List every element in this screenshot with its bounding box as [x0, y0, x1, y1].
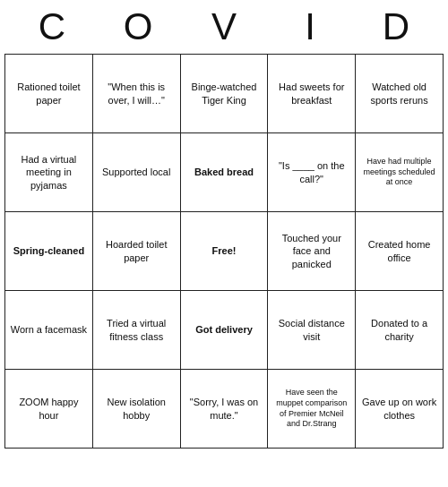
- bingo-header: COVID: [0, 0, 448, 54]
- cell-r0-c0[interactable]: Rationed toilet paper: [5, 55, 93, 133]
- cell-r4-c4[interactable]: Gave up on work clothes: [356, 370, 444, 449]
- cell-r2-c2[interactable]: Free!: [180, 212, 268, 291]
- cell-r3-c4[interactable]: Donated to a charity: [356, 291, 444, 370]
- bingo-table: Rationed toilet paper"When this is over,…: [4, 54, 444, 449]
- cell-r4-c2[interactable]: "Sorry, I was on mute.": [180, 370, 268, 449]
- cell-r2-c3[interactable]: Touched your face and panicked: [268, 212, 356, 291]
- header-letter: V: [185, 5, 263, 48]
- header-letter: O: [99, 5, 177, 48]
- header-letter: C: [13, 5, 91, 48]
- cell-r0-c1[interactable]: "When this is over, I will…": [92, 55, 180, 133]
- cell-r3-c2[interactable]: Got delivery: [180, 291, 268, 370]
- cell-r1-c2[interactable]: Baked bread: [180, 133, 268, 212]
- cell-r1-c4[interactable]: Have had multiple meetings scheduled at …: [356, 133, 444, 212]
- cell-r0-c4[interactable]: Watched old sports reruns: [356, 55, 444, 133]
- header-letter: D: [357, 5, 435, 48]
- cell-r2-c0[interactable]: Spring-cleaned: [5, 212, 93, 291]
- header-letter: I: [271, 5, 349, 48]
- cell-r1-c3[interactable]: "Is ____ on the call?": [268, 133, 356, 212]
- cell-r2-c4[interactable]: Created home office: [356, 212, 444, 291]
- cell-r0-c3[interactable]: Had sweets for breakfast: [268, 55, 356, 133]
- cell-r3-c3[interactable]: Social distance visit: [268, 291, 356, 370]
- cell-r1-c0[interactable]: Had a virtual meeting in pyjamas: [5, 133, 93, 212]
- cell-r0-c2[interactable]: Binge-watched Tiger King: [180, 55, 268, 133]
- cell-r4-c3[interactable]: Have seen the muppet comparison of Premi…: [268, 370, 356, 449]
- cell-r1-c1[interactable]: Supported local: [92, 133, 180, 212]
- cell-r4-c0[interactable]: ZOOM happy hour: [5, 370, 93, 449]
- cell-r3-c0[interactable]: Worn a facemask: [5, 291, 93, 370]
- cell-r2-c1[interactable]: Hoarded toilet paper: [92, 212, 180, 291]
- cell-r4-c1[interactable]: New isolation hobby: [92, 370, 180, 449]
- cell-r3-c1[interactable]: Tried a virtual fitness class: [92, 291, 180, 370]
